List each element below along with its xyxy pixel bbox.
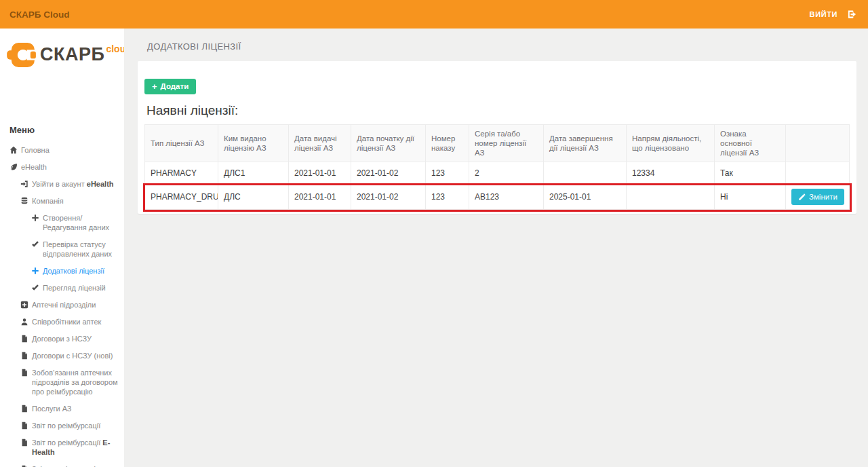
table-cell: ДЛС1 — [218, 162, 289, 185]
sidebar-item-label: Перевірка статусу відправлених даних — [43, 240, 120, 259]
sidebar: СКАРБ cloud Меню ГоловнаeHealthУвійти в … — [0, 29, 124, 467]
column-header: Ким видано ліцензію АЗ — [218, 125, 289, 162]
plus-icon: + — [152, 83, 157, 90]
table-cell: 2 — [469, 162, 544, 185]
logo-sup-text: cloud — [106, 42, 124, 54]
sidebar-item[interactable]: eHealth — [0, 162, 120, 172]
table-cell: 2021-01-01 — [289, 162, 351, 185]
sidebar-item[interactable]: Звіт про відпущені лікарські засоби та ї… — [0, 464, 120, 467]
check-icon — [31, 283, 39, 292]
sidebar-item-label: Співробітники аптек — [32, 317, 101, 326]
topbar-brand: СКАРБ Cloud — [9, 10, 69, 20]
table-cell: Так — [715, 162, 786, 185]
logout-button[interactable]: ВИЙТИ — [810, 10, 857, 19]
sidebar-item[interactable]: Послуги АЗ — [0, 404, 120, 413]
topbar: СКАРБ Cloud ВИЙТИ — [0, 0, 868, 29]
sidebar-item[interactable]: Перевірка статусу відправлених даних — [0, 240, 120, 259]
sidebar-item-label: Звіт про відпущені лікарські засоби та ї… — [32, 464, 120, 467]
user-icon — [20, 317, 28, 326]
sidebar-item[interactable]: Договори з НСЗУ — [0, 334, 120, 343]
sidebar-item[interactable]: Співробітники аптек — [0, 317, 120, 326]
sidebar-item-label: Аптечні підрозділи — [32, 300, 96, 310]
add-button[interactable]: + Додати — [144, 79, 196, 94]
pencil-icon — [798, 193, 806, 201]
sidebar-item-label: Створення/Редагування даних — [43, 213, 120, 232]
table-cell: 2021-01-02 — [351, 185, 426, 210]
section-title: Наявні ліцензії: — [146, 103, 850, 118]
column-header: Ознака основної ліцензії АЗ — [715, 125, 786, 162]
edit-button-label: Змінити — [809, 193, 837, 201]
plus-icon — [31, 213, 39, 222]
sidebar-item[interactable]: Аптечні підрозділи — [0, 300, 120, 310]
layout: СКАРБ cloud Меню ГоловнаeHealthУвійти в … — [0, 29, 868, 467]
file-icon — [20, 438, 28, 447]
table-header-row: Тип ліцензії АЗКим видано ліцензію АЗДат… — [145, 125, 850, 162]
table-cell: 123 — [426, 185, 469, 210]
column-header: Дата початку дії ліцензії АЗ — [351, 125, 426, 162]
column-header: Серія та/або номер ліцензії АЗ — [469, 125, 544, 162]
sidebar-item[interactable]: Увійти в акаунт eHealth — [0, 179, 120, 189]
page-title: ДОДАТКОВІ ЛІЦЕНЗІЇ — [124, 29, 868, 51]
table-cell: 2025-01-01 — [544, 185, 627, 210]
table-cell: 2021-01-02 — [351, 162, 426, 185]
file-icon — [20, 351, 28, 360]
table-body: PHARMACYДЛС12021-01-012021-01-0212321233… — [145, 162, 850, 210]
sidebar-item-label: Звіт по реімбурсації E-Health — [32, 438, 120, 457]
sidebar-item[interactable]: Компанія — [0, 196, 120, 206]
action-cell — [786, 162, 850, 185]
leaf-icon — [9, 162, 18, 171]
sidebar-item[interactable]: Звіт по реімбурсації E-Health — [0, 438, 120, 457]
column-header: Дата видачі ліцензії АЗ — [289, 125, 351, 162]
table-row: PHARMACY_DRUGSДЛС2021-01-012021-01-02123… — [145, 185, 850, 210]
sidebar-item[interactable]: Перегляд ліцензій — [0, 283, 120, 293]
licenses-table: Тип ліцензії АЗКим видано ліцензію АЗДат… — [144, 124, 850, 210]
table-cell: 123 — [426, 162, 469, 185]
logout-label: ВИЙТИ — [810, 10, 837, 18]
table-row: PHARMACYДЛС12021-01-012021-01-0212321233… — [145, 162, 850, 185]
sidebar-item-label: Головна — [21, 145, 50, 155]
plus-square-icon — [20, 300, 28, 309]
table-cell: АВ123 — [469, 185, 544, 210]
skarb-logo: СКАРБ cloud — [0, 29, 124, 68]
main-content: ДОДАТКОВІ ЛІЦЕНЗІЇ + Додати Наявні ліцен… — [124, 29, 868, 467]
app-window: СКАРБ Cloud ВИЙТИ СКАРБ — [0, 0, 868, 467]
table-cell: 12334 — [627, 162, 715, 185]
sidebar-item[interactable]: Договори с НСЗУ (нові) — [0, 351, 120, 360]
sidebar-item[interactable]: Додаткові ліцензії — [0, 266, 120, 276]
column-header: Напрям діяльності, що ліцензовано — [627, 125, 715, 162]
file-icon — [20, 464, 28, 467]
file-icon — [20, 368, 28, 377]
plus-icon — [31, 266, 39, 275]
sidebar-item-label: Послуги АЗ — [32, 404, 72, 413]
sign-in-icon — [20, 179, 28, 188]
sidebar-item-label: Увійти в акаунт eHealth — [32, 179, 114, 189]
sidebar-menu: ГоловнаeHealthУвійти в акаунт eHealthКом… — [0, 135, 124, 467]
sidebar-item-label: eHealth — [21, 162, 47, 172]
table-cell: PHARMACY_DRUGS — [145, 185, 218, 210]
table-cell: 2021-01-01 — [289, 185, 351, 210]
check-icon — [31, 240, 39, 248]
sidebar-item[interactable]: Зобов’язання аптечних підрозділів за дог… — [0, 368, 120, 396]
sidebar-item[interactable]: Створення/Редагування даних — [0, 213, 120, 232]
sidebar-item-label: Перегляд ліцензій — [43, 283, 106, 293]
column-header: Номер наказу — [426, 125, 469, 162]
sidebar-item-label: Зобов’язання аптечних підрозділів за дог… — [32, 368, 120, 396]
licenses-card: + Додати Наявні ліцензії: Тип ліцензії А… — [138, 61, 856, 214]
sidebar-item-label: Звіт по реімбурсації — [32, 421, 100, 430]
add-button-label: Додати — [161, 82, 189, 90]
table-cell: ДЛС — [218, 185, 289, 210]
file-icon — [20, 421, 28, 430]
skarb-logo-icon — [7, 42, 37, 68]
logout-icon — [847, 10, 857, 19]
edit-button[interactable]: Змінити — [791, 189, 844, 205]
menu-header: Меню — [0, 125, 124, 135]
database-icon — [20, 196, 28, 205]
sidebar-item-label: Додаткові ліцензії — [43, 266, 104, 276]
table-cell: Ні — [715, 185, 786, 210]
sidebar-item-label: Договори з НСЗУ — [32, 334, 92, 343]
logo-text: СКАРБ — [40, 42, 104, 67]
sidebar-item-label: Компанія — [32, 196, 64, 206]
sidebar-item[interactable]: Звіт по реімбурсації — [0, 421, 120, 430]
column-header: Тип ліцензії АЗ — [145, 125, 218, 162]
sidebar-item[interactable]: Головна — [0, 145, 120, 155]
